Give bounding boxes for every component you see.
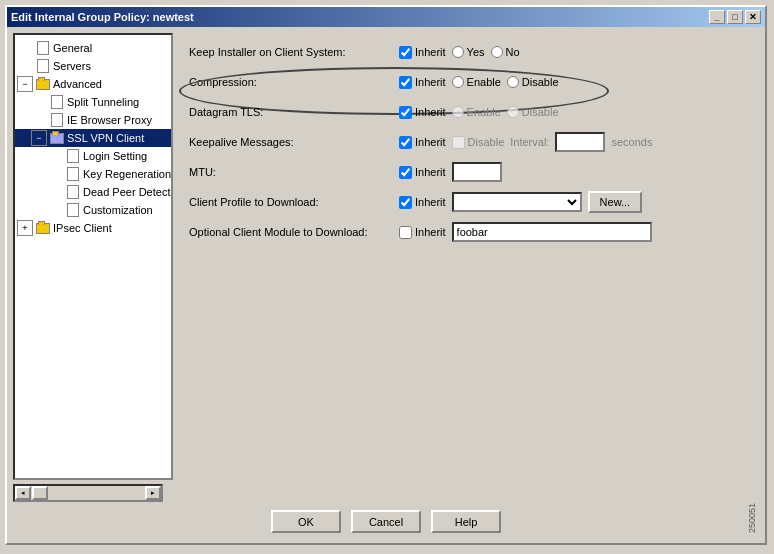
expander-empty (47, 184, 63, 200)
close-button[interactable]: ✕ (745, 10, 761, 24)
sidebar-item-general[interactable]: General (15, 39, 171, 57)
compression-enable[interactable]: Enable (452, 76, 501, 88)
keepalive-row: Keepalive Messages: Inherit Disable Inte… (189, 131, 747, 153)
page-icon (35, 40, 51, 56)
expander-minus[interactable]: − (17, 76, 33, 92)
maximize-button[interactable]: □ (727, 10, 743, 24)
mtu-inherit-checkbox[interactable] (399, 166, 412, 179)
sidebar-item-label: Split Tunneling (67, 96, 139, 108)
page-icon (65, 202, 81, 218)
interval-label: Interval: (510, 136, 549, 148)
scroll-thumb[interactable] (32, 486, 48, 500)
content-panel: Keep Installer on Client System: Inherit… (177, 33, 759, 480)
optional-module-input[interactable] (452, 222, 652, 242)
keepalive-inherit[interactable]: Inherit (399, 136, 446, 149)
client-profile-row: Client Profile to Download: Inherit New.… (189, 191, 747, 213)
keep-installer-yes-radio[interactable] (452, 46, 464, 58)
sidebar-item-servers[interactable]: Servers (15, 57, 171, 75)
datagram-tls-enable-radio[interactable] (452, 106, 464, 118)
page-icon (65, 166, 81, 182)
compression-disable[interactable]: Disable (507, 76, 559, 88)
folder-icon (49, 130, 65, 146)
folder-icon (35, 76, 51, 92)
keepalive-disable-checkbox[interactable] (452, 136, 465, 149)
sidebar-item-label: Customization (83, 204, 153, 216)
compression-inherit[interactable]: Inherit (399, 76, 446, 89)
optional-module-inherit-checkbox[interactable] (399, 226, 412, 239)
optional-module-controls: Inherit (399, 222, 747, 242)
expander-empty (17, 40, 33, 56)
sidebar-item-label: IE Browser Proxy (67, 114, 152, 126)
expander-plus[interactable]: + (17, 220, 33, 236)
sidebar-item-key-regeneration[interactable]: Key Regeneration (15, 165, 171, 183)
new-button[interactable]: New... (588, 191, 643, 213)
sidebar-item-label: Key Regeneration (83, 168, 171, 180)
keepalive-disable[interactable]: Disable (452, 136, 505, 149)
keepalive-interval-input[interactable] (555, 132, 605, 152)
page-icon (65, 148, 81, 164)
mtu-inherit[interactable]: Inherit (399, 166, 446, 179)
client-profile-inherit-checkbox[interactable] (399, 196, 412, 209)
datagram-tls-inherit[interactable]: Inherit (399, 106, 446, 119)
bottom-area: ◂ ▸ (13, 480, 759, 502)
sidebar-item-label: IPsec Client (53, 222, 112, 234)
page-icon (49, 112, 65, 128)
window-content: General Servers − Advanced Split Tunneli… (7, 27, 765, 543)
datagram-tls-controls: Inherit Enable Disable (399, 106, 747, 119)
compression-inherit-checkbox[interactable] (399, 76, 412, 89)
main-area: General Servers − Advanced Split Tunneli… (13, 33, 759, 480)
client-profile-dropdown[interactable] (452, 192, 582, 212)
mtu-input[interactable] (452, 162, 502, 182)
ok-button[interactable]: OK (271, 510, 341, 533)
horizontal-scrollbar[interactable]: ◂ ▸ (13, 484, 163, 502)
keep-installer-inherit-checkbox[interactable] (399, 46, 412, 59)
sidebar-item-label: Servers (53, 60, 91, 72)
expander-empty (47, 202, 63, 218)
datagram-tls-inherit-checkbox[interactable] (399, 106, 412, 119)
keep-installer-inherit[interactable]: Inherit (399, 46, 446, 59)
mtu-label: MTU: (189, 166, 399, 178)
optional-module-inherit[interactable]: Inherit (399, 226, 446, 239)
client-profile-inherit[interactable]: Inherit (399, 196, 446, 209)
sidebar-item-split-tunneling[interactable]: Split Tunneling (15, 93, 171, 111)
scroll-right-arrow[interactable]: ▸ (145, 486, 161, 500)
datagram-tls-disable[interactable]: Disable (507, 106, 559, 118)
page-icon (65, 184, 81, 200)
datagram-tls-label: Datagram TLS: (189, 106, 399, 118)
keep-installer-yes[interactable]: Yes (452, 46, 485, 58)
expander-empty (47, 166, 63, 182)
datagram-tls-row: Datagram TLS: Inherit Enable Disable (189, 101, 747, 123)
minimize-button[interactable]: _ (709, 10, 725, 24)
sidebar-item-ipsec-client[interactable]: + IPsec Client (15, 219, 171, 237)
help-button[interactable]: Help (431, 510, 501, 533)
sidebar-item-ie-browser-proxy[interactable]: IE Browser Proxy (15, 111, 171, 129)
keepalive-controls: Inherit Disable Interval: seconds (399, 132, 747, 152)
folder-icon (35, 220, 51, 236)
title-bar-buttons: _ □ ✕ (709, 10, 761, 24)
mtu-row: MTU: Inherit (189, 161, 747, 183)
expander-empty (31, 94, 47, 110)
sidebar-item-label: Login Setting (83, 150, 147, 162)
keep-installer-no-radio[interactable] (491, 46, 503, 58)
compression-enable-radio[interactable] (452, 76, 464, 88)
sidebar-item-label: General (53, 42, 92, 54)
client-profile-controls: Inherit New... (399, 191, 747, 213)
sidebar-item-dead-peer[interactable]: Dead Peer Detectio... (15, 183, 171, 201)
keepalive-inherit-checkbox[interactable] (399, 136, 412, 149)
keep-installer-no[interactable]: No (491, 46, 520, 58)
cancel-button[interactable]: Cancel (351, 510, 421, 533)
seconds-label: seconds (611, 136, 652, 148)
expander-empty (31, 112, 47, 128)
expander-empty (17, 58, 33, 74)
sidebar-item-ssl-vpn-client[interactable]: − SSL VPN Client (15, 129, 171, 147)
expander-minus[interactable]: − (31, 130, 47, 146)
tree-panel[interactable]: General Servers − Advanced Split Tunneli… (13, 33, 173, 480)
datagram-tls-enable[interactable]: Enable (452, 106, 501, 118)
sidebar-item-login-setting[interactable]: Login Setting (15, 147, 171, 165)
sidebar-item-advanced[interactable]: − Advanced (15, 75, 171, 93)
page-icon (35, 58, 51, 74)
compression-disable-radio[interactable] (507, 76, 519, 88)
sidebar-item-customization[interactable]: Customization (15, 201, 171, 219)
datagram-tls-disable-radio[interactable] (507, 106, 519, 118)
scroll-left-arrow[interactable]: ◂ (15, 486, 31, 500)
